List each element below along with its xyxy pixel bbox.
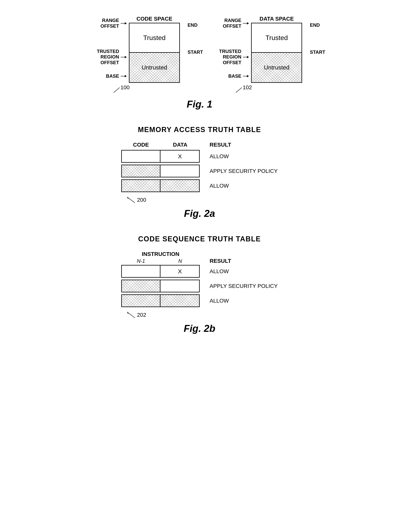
base-label-1: BASE [106, 73, 119, 79]
start-label-2: START [310, 50, 325, 55]
col-header-code: CODE [121, 142, 161, 148]
row1-code [121, 150, 161, 163]
2b-row1-result: ALLOW [210, 268, 229, 274]
svg-marker-3 [127, 312, 129, 314]
fig2b-label: Fig. 2b [16, 323, 383, 334]
col-n1-header: N-1 [121, 258, 161, 264]
row2-result: APPLY SECURITY POLICY [210, 168, 278, 174]
range-offset-label-1: RANGEOFFSET [100, 18, 119, 29]
2b-row2-result: APPLY SECURITY POLICY [210, 283, 278, 289]
fig1-section: RANGEOFFSET TRUSTEDREGIONOFFSET [16, 16, 383, 91]
col-result-header: RESULT [210, 258, 231, 264]
trusted-region-1: Trusted [130, 23, 179, 53]
instruction-header: INSTRUCTION [142, 251, 179, 257]
code-space-title: CODE SPACE [136, 16, 172, 22]
diagram2-number: 102 [243, 84, 252, 91]
arrow-200 [125, 196, 137, 204]
fig1-label: Fig. 1 [16, 99, 383, 110]
trusted-region-2: Trusted [252, 23, 301, 53]
base-label-2: BASE [228, 73, 242, 79]
fig2a-title: MEMORY ACCESS TRUTH TABLE [16, 126, 383, 134]
code-space-box: Trusted Untrusted [129, 23, 180, 83]
untrusted-region-1: Untrusted [130, 53, 179, 82]
col-header-result: RESULT [210, 142, 231, 148]
fig2b-section: CODE SEQUENCE TRUTH TABLE INSTRUCTION N-… [16, 235, 383, 334]
row3-data [161, 179, 200, 192]
start-label-1: START [187, 50, 203, 55]
row1-data: X [161, 150, 200, 163]
row2-data [161, 165, 200, 177]
fig2b-number: 202 [137, 312, 146, 318]
svg-marker-1 [127, 197, 129, 199]
2b-row3-result: ALLOW [210, 298, 229, 304]
2b-row1-n: X [161, 265, 200, 278]
arrow-202 [125, 311, 137, 319]
end-label-1: END [187, 22, 198, 28]
untrusted-region-2: Untrusted [252, 53, 301, 82]
diagram1-number: 100 [120, 84, 130, 91]
row2-code [121, 165, 161, 177]
trusted-region-offset-label-1: TRUSTEDREGIONOFFSET [97, 49, 119, 66]
2b-row2-n1 [121, 280, 161, 292]
fig2a-section: MEMORY ACCESS TRUTH TABLE CODE DATA RESU… [16, 126, 383, 219]
trusted-region-offset-label-2: TRUSTEDREGIONOFFSET [219, 49, 241, 66]
2b-row2-n [161, 280, 200, 292]
range-offset-label-2: RANGEOFFSET [223, 18, 242, 29]
data-space-box: Trusted Untrusted [251, 23, 302, 83]
2b-row1-n1 [121, 265, 161, 278]
fig2a-number: 200 [137, 197, 146, 203]
row3-result: ALLOW [210, 183, 229, 189]
page: RANGEOFFSET TRUSTEDREGIONOFFSET [0, 0, 399, 532]
col-header-data: DATA [161, 142, 200, 148]
fig2a-label: Fig. 2a [16, 208, 383, 219]
end-label-2: END [310, 22, 320, 28]
diagram-code-space: RANGEOFFSET TRUSTEDREGIONOFFSET [97, 16, 180, 91]
2b-row3-n1 [121, 294, 161, 307]
col-n-header: N [161, 258, 200, 264]
row1-result: ALLOW [210, 153, 229, 159]
2b-row3-n [161, 294, 200, 307]
row3-code [121, 179, 161, 192]
diagram-data-space: RANGEOFFSET TRUSTEDREGIONOFFSET [219, 16, 302, 91]
data-space-title: DATA SPACE [260, 16, 294, 22]
fig2b-title: CODE SEQUENCE TRUTH TABLE [16, 235, 383, 243]
